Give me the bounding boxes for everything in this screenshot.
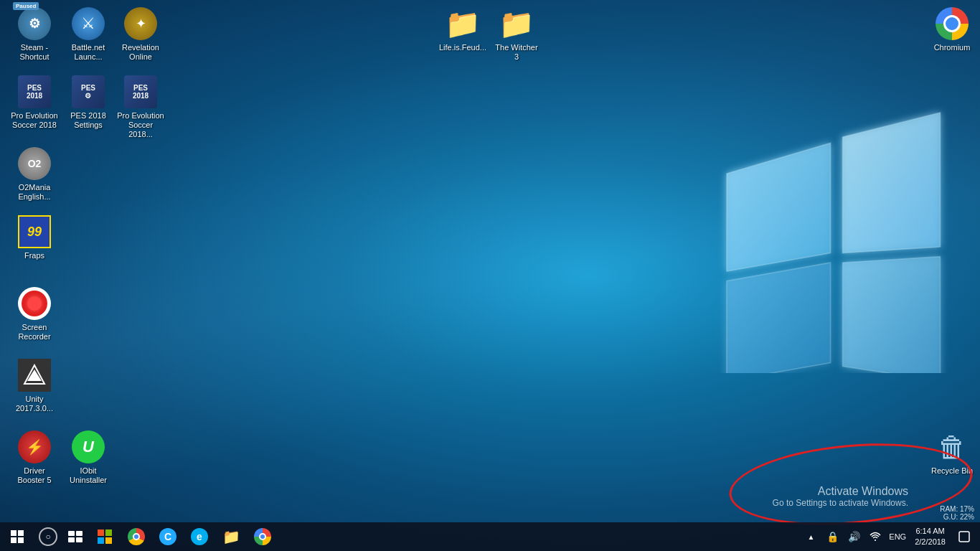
taskbar: ○ (0, 522, 980, 551)
desktop-icon-pes2018-b[interactable]: PES2018 Pro Evolution Soccer 2018... (113, 72, 168, 143)
taskbar-pinned-apps: C e 📁 (89, 522, 278, 551)
svg-rect-7 (18, 530, 24, 536)
svg-rect-6 (11, 530, 17, 536)
notification-icon (958, 531, 970, 542)
windows-start-icon (11, 530, 24, 543)
svg-rect-12 (68, 537, 75, 542)
witcher3-label: The Witcher 3 (492, 43, 541, 62)
pes2018-a-label: Pro Evolution Soccer 2018 (10, 111, 59, 130)
svg-rect-11 (76, 531, 83, 536)
desktop-icon-life-feudal[interactable]: 📁 Life.is.Feud... (435, 4, 490, 55)
search-circle-icon: ○ (39, 527, 57, 546)
o2mania-icon: O2 (18, 147, 51, 180)
iobit-label: IObit Uninstaller (64, 466, 113, 485)
desktop-icon-steam[interactable]: Paused ⚙ Steam - Shortcut (7, 4, 62, 65)
desktop-icon-pes2018-a[interactable]: PES2018 Pro Evolution Soccer 2018 (7, 72, 62, 133)
tray-show-hidden[interactable]: ▲ (800, 522, 821, 551)
svg-rect-14 (98, 529, 104, 536)
unity-label: Unity 2017.3.0... (10, 395, 59, 413)
desktop-icon-revelation[interactable]: ✦ Revelation Online (113, 4, 168, 65)
task-view-icon (68, 531, 83, 542)
tray-network[interactable]: 🔒 (821, 522, 843, 551)
desktop-icon-o2mania[interactable]: O2 O2Mania English... (7, 143, 62, 204)
steam-paused-badge: Paused (13, 2, 39, 10)
svg-rect-8 (11, 537, 17, 543)
desktop: Paused ⚙ Steam - Shortcut ⚔ Battle.net L… (0, 0, 980, 551)
svg-rect-19 (959, 532, 969, 542)
steam-label: Steam - Shortcut (10, 43, 59, 62)
clock-date: 2/2/2018 (915, 537, 946, 547)
chromium-icon (936, 7, 969, 40)
clock-time: 6:14 AM (915, 526, 944, 537)
tray-language[interactable]: ENG (886, 532, 909, 541)
pes-icon-b: PES2018 (124, 75, 157, 108)
taskbar-app-cyberlink[interactable]: C (152, 522, 184, 551)
desktop-icon-iobit[interactable]: U IObit Uninstaller (61, 427, 116, 488)
network-icon: 🔒 (826, 531, 839, 542)
svg-rect-9 (18, 537, 24, 543)
pes-settings-icon: PES⚙ (72, 75, 105, 108)
taskbar-notification-center[interactable] (951, 522, 977, 551)
recycle-bin-icon: 🗑 (938, 431, 966, 463)
driver-booster-label: Driver Booster 5 (10, 466, 59, 485)
tray-volume[interactable]: 🔊 (843, 522, 864, 551)
taskbar-clock[interactable]: 6:14 AM 2/2/2018 (909, 526, 951, 548)
activate-windows-title: Activate Windows (773, 485, 908, 498)
desktop-icon-recycle-bin[interactable]: 🗑 Recycle Bin (925, 427, 979, 479)
tray-wifi[interactable] (864, 522, 886, 551)
desktop-icon-fraps[interactable]: 99 Fraps (7, 212, 62, 263)
desktop-icon-witcher3[interactable]: 📁 The Witcher 3 (489, 4, 544, 65)
fraps-icon: 99 (18, 215, 51, 248)
taskbar-app-chrome[interactable] (121, 522, 152, 551)
desktop-icon-unity[interactable]: Unity 2017.3.0... (7, 355, 62, 416)
gpu-stat: G.U: 22% (940, 513, 974, 521)
taskbar-app-edge[interactable]: e (184, 522, 215, 551)
iobit-icon: U (72, 430, 105, 463)
metro-icon (97, 529, 113, 545)
pes-icon-a: PES2018 (18, 75, 51, 108)
desktop-icon-battlenet[interactable]: ⚔ Battle.net Launc... (61, 4, 116, 65)
taskbar-start-button[interactable] (0, 522, 34, 551)
svg-point-18 (875, 540, 876, 541)
volume-icon: 🔊 (848, 531, 860, 542)
desktop-icons-area: Paused ⚙ Steam - Shortcut ⚔ Battle.net L… (0, 0, 980, 522)
screen-recorder-label: Screen Recorder (10, 323, 59, 342)
taskbar-task-view-button[interactable] (62, 522, 89, 551)
edge-icon: e (191, 528, 208, 545)
ram-stat: RAM: 17% (940, 505, 974, 513)
desktop-icon-chromium[interactable]: Chromium (925, 4, 979, 55)
o2mania-label: O2Mania English... (10, 183, 59, 202)
svg-rect-10 (68, 531, 75, 536)
folder-icon-life-feudal: 📁 (445, 7, 481, 41)
tray-chevron-icon: ▲ (807, 533, 814, 541)
cyberlink-icon: C (159, 528, 176, 545)
pes2018-b-label: Pro Evolution Soccer 2018... (116, 111, 165, 140)
recycle-bin-label: Recycle Bin (931, 466, 973, 476)
performance-overlay: RAM: 17% G.U: 22% (940, 505, 974, 521)
unity-icon (18, 359, 51, 392)
taskbar-app-explorer[interactable]: 📁 (215, 522, 247, 551)
steam-icon: ⚙ (18, 7, 51, 40)
svg-rect-15 (105, 529, 112, 536)
taskbar-tray: ▲ 🔒 🔊 ENG (800, 522, 980, 551)
desktop-icon-pes2018-settings[interactable]: PES⚙ PES 2018 Settings (61, 72, 116, 133)
activate-windows-subtitle: Go to Settings to activate Windows. (773, 498, 908, 508)
taskbar-app-chromium[interactable] (247, 522, 278, 551)
pes2018-settings-label: PES 2018 Settings (64, 111, 113, 130)
revelation-icon: ✦ (124, 7, 157, 40)
chrome-icon (128, 528, 145, 545)
battlenet-icon: ⚔ (72, 7, 105, 40)
recorder-icon (18, 287, 51, 320)
life-feudal-label: Life.is.Feud... (439, 43, 486, 52)
chromium-tb-icon (254, 528, 271, 545)
taskbar-search-button[interactable]: ○ (34, 522, 62, 551)
driver-booster-icon: ⚡ (18, 430, 51, 463)
desktop-icon-screen-recorder[interactable]: Screen Recorder (7, 283, 62, 344)
svg-rect-13 (76, 537, 83, 542)
svg-rect-16 (98, 537, 104, 544)
desktop-icon-driver-booster[interactable]: ⚡ Driver Booster 5 (7, 427, 62, 488)
taskbar-app-metro[interactable] (89, 522, 121, 551)
folder-icon-witcher3: 📁 (499, 7, 534, 41)
svg-rect-17 (105, 537, 112, 544)
chromium-label: Chromium (934, 43, 971, 52)
